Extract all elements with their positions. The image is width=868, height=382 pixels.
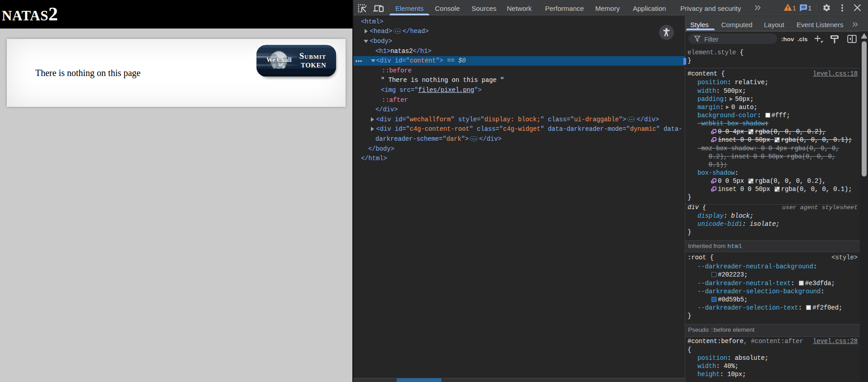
- svg-text:S: S: [299, 51, 304, 61]
- svg-text:TOKEN: TOKEN: [301, 62, 326, 69]
- svg-text:UBMIT: UBMIT: [304, 53, 326, 60]
- svg-text:We Chall: We Chall: [266, 57, 292, 63]
- svg-text:1: 1: [792, 4, 797, 12]
- svg-text:1: 1: [808, 4, 812, 12]
